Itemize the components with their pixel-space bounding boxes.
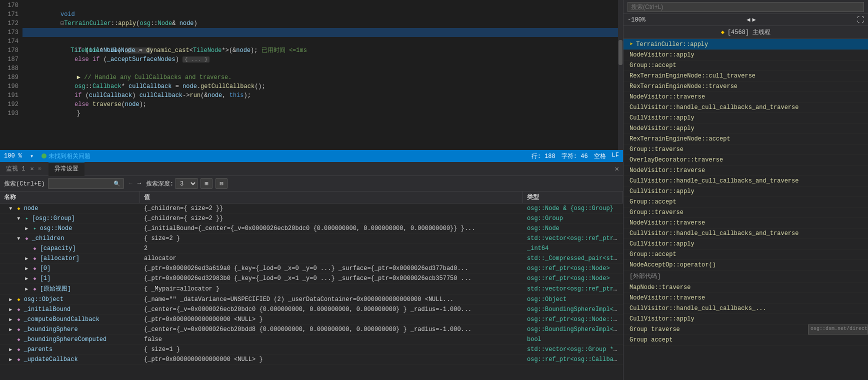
main-content: 170 171 172 173 174 178 187 188 189 190 …	[0, 0, 623, 380]
zoom-display: -100%	[628, 16, 646, 24]
search-icon: 🔍	[114, 180, 120, 187]
expand-btn[interactable]: ▼	[8, 206, 14, 212]
call-stack-item[interactable]: MapNode::traverse	[624, 282, 868, 293]
table-row[interactable]: ▼ ✦ [osg::Group] {_children={ size=2 }} …	[0, 214, 623, 224]
fit-icon[interactable]: ⛶	[857, 16, 864, 24]
table-row[interactable]: ▶ ◆ osg::Object {_name="" _dataVariance=…	[0, 294, 623, 304]
expand-btn[interactable]: ▶	[8, 316, 14, 322]
expand-btn[interactable]: ▶	[24, 266, 30, 272]
status-bar: 100 % ▾ 未找到相关问题 行: 188 字符: 46 空格 LF	[0, 150, 623, 162]
call-stack-item[interactable]: Group::traverse	[624, 208, 868, 218]
call-stack-item[interactable]: ➤ TerrainCuller::apply	[624, 39, 868, 50]
table-row[interactable]: ▼ ◆ _children { size=2 } std::vector<osg…	[0, 234, 623, 244]
code-line-188: ▶ // Handle any CullCallbacks and traver…	[22, 64, 623, 73]
right-nav-bar: -100% ◀ ▶ ⛶	[624, 14, 868, 26]
status-circle	[42, 154, 46, 158]
call-stack-item[interactable]: RexTerrainEngineNode::traverse	[624, 82, 868, 92]
call-stack-item[interactable]: CullVisitor::handle_cull_callbacks_and_t…	[624, 176, 868, 186]
zoom-level: 100 %	[4, 152, 22, 160]
table-row[interactable]: ▼ ◆ node {_children={ size=2 }} osg::Nod…	[0, 204, 623, 214]
call-stack-item[interactable]: CullVisitor::apply	[624, 314, 868, 324]
table-row[interactable]: ▶ ◆ [allocator] allocator std::_Compress…	[0, 254, 623, 264]
call-stack-item[interactable]: Group::accept	[624, 60, 868, 71]
expand-btn[interactable]: ▶	[8, 296, 14, 302]
thread-icon: ◆	[721, 28, 724, 36]
line-numbers: 170 171 172 173 174 178 187 188 189 190 …	[0, 0, 22, 150]
call-stack-item[interactable]: Group traverse osg::dsm.net/direct	[624, 324, 868, 335]
table-row[interactable]: ▶ ◆ _computeBoundCallback {_ptr=0x000000…	[0, 314, 623, 324]
next-arrow[interactable]: →	[136, 180, 143, 187]
nav-right-icon[interactable]: ▶	[752, 16, 756, 24]
call-stack-item[interactable]: NodeVisitor::apply	[624, 124, 868, 134]
call-stack-item[interactable]: RexTerrainEngineNode::cull_traverse	[624, 71, 868, 82]
search-input[interactable]	[52, 180, 112, 187]
expand-btn[interactable]: ▶	[8, 306, 14, 312]
code-line-170: void	[22, 1, 623, 10]
call-stack-item[interactable]: CullVisitor::apply	[624, 113, 868, 124]
panel-close-btn[interactable]: ✕	[615, 164, 619, 173]
expand-btn[interactable]: ▼	[16, 216, 22, 222]
table-row[interactable]: ▶ ◆ _boundingSphere {_center={_v=0x00000…	[0, 324, 623, 334]
call-stack-list: ➤ TerrainCuller::apply NodeVisitor::appl…	[624, 39, 868, 380]
table-row[interactable]: ◆ [capacity] 2 _int64	[0, 244, 623, 254]
editor-scrollbar[interactable]	[618, 0, 623, 150]
nav-arrows: ← →	[127, 180, 143, 187]
call-stack-item[interactable]: NodeVisitor::traverse	[624, 92, 868, 102]
table-row[interactable]: ▶ ◆ _parents { size=1 } std::vector<osg:…	[0, 344, 623, 354]
table-row[interactable]: ▶ ◆ [原始视图] { _Mypair=allocator } std::ve…	[0, 284, 623, 294]
icon-btn-2[interactable]: ⊟	[216, 178, 228, 189]
call-stack-item[interactable]: CullVisitor::apply	[624, 239, 868, 250]
panel-tabs: 监视 1 ✕ ⊗ 异常设置 ✕	[0, 162, 623, 176]
tab-exception-settings[interactable]: 异常设置	[48, 162, 84, 176]
icon-btn-1[interactable]: ⊞	[200, 178, 212, 189]
call-stack-item[interactable]: NodeVisitor::traverse	[624, 293, 868, 304]
expand-btn[interactable]: ▶	[8, 356, 14, 362]
table-row[interactable]: ◆ _boundingSphereComputed false bool	[0, 334, 623, 344]
call-stack-item[interactable]: NodeVisitor::traverse	[624, 218, 868, 228]
right-panel-search-bar	[624, 0, 868, 14]
expand-btn[interactable]: ▶	[8, 346, 14, 352]
col-header-value: 值	[140, 192, 523, 203]
call-stack-item[interactable]: Group::accept	[624, 250, 868, 260]
tab-watch1[interactable]: 监视 1 ✕ ⊗	[0, 162, 48, 176]
depth-select[interactable]: 3 1 2 5 10	[176, 178, 198, 189]
close-watch1[interactable]: ✕	[30, 162, 34, 176]
expand-btn[interactable]: ▼	[16, 236, 22, 242]
call-stack-item[interactable]: NodeAcceptOp::operator()	[624, 260, 868, 270]
code-line-173: ➤ TileNode* tileNode = dynamic_cast<Tile…	[22, 28, 623, 37]
call-stack-item[interactable]: NodeVisitor::apply	[624, 50, 868, 60]
status-ok-indicator: 未找到相关问题	[42, 152, 90, 160]
watch-table: ▼ ◆ node {_children={ size=2 }} osg::Nod…	[0, 204, 623, 380]
table-row[interactable]: ▶ ◆ _initialBound {_center={_v=0x0000026…	[0, 304, 623, 314]
prev-arrow[interactable]: ←	[127, 180, 134, 187]
call-stack-item[interactable]: Group::accept	[624, 197, 868, 208]
code-line-174: if (tileNode) { ... }	[22, 37, 623, 46]
call-stack-item[interactable]: CullVisitor::handle_cull_callbacks_...	[624, 304, 868, 314]
code-line-193	[22, 109, 623, 118]
search-label: 搜索(Ctrl+E)	[4, 180, 45, 188]
call-stack-item[interactable]: [外部代码]	[624, 270, 868, 282]
table-row[interactable]: ▶ ◆ [0] {_ptr=0x0000026ed3a619a0 {_key={…	[0, 264, 623, 274]
call-stack-item[interactable]: CullVisitor::handle_cull_callbacks_and_t…	[624, 228, 868, 239]
right-search-input[interactable]	[628, 2, 864, 12]
call-stack-item[interactable]: CullVisitor::apply	[624, 186, 868, 197]
status-lf: LF	[612, 152, 619, 160]
expand-btn[interactable]: ▶	[24, 256, 30, 262]
bottom-panel: 监视 1 ✕ ⊗ 异常设置 ✕ 搜索(Ctrl+E) 🔍	[0, 162, 623, 380]
expand-btn[interactable]: ▶	[24, 276, 30, 282]
expand-btn[interactable]: ▶	[24, 226, 30, 232]
table-row[interactable]: ▶ ◆ [1] {_ptr=0x0000026ed32983b0 {_key={…	[0, 274, 623, 284]
table-row[interactable]: ▶ ✦ osg::Node {_initialBound={_center={_…	[0, 224, 623, 234]
code-line-171: ⊟TerrainCuller::apply(osg::Node& node)	[22, 10, 623, 19]
nav-left-icon[interactable]: ◀	[746, 16, 750, 24]
call-stack-item[interactable]: Group::traverse	[624, 144, 868, 155]
call-stack-item[interactable]: Group accept	[624, 335, 868, 346]
call-stack-item[interactable]: RexTerrainEngineNode::accept	[624, 134, 868, 144]
expand-btn[interactable]: ▶	[8, 326, 14, 332]
table-row[interactable]: ▶ ◆ _updateCallback {_ptr=0x000000000000…	[0, 354, 623, 364]
search-input-wrap[interactable]: 🔍	[48, 178, 124, 189]
call-stack-item[interactable]: NodeVisitor::traverse	[624, 166, 868, 176]
call-stack-item[interactable]: CullVisitor::handle_cull_callbacks_and_t…	[624, 102, 868, 113]
expand-btn[interactable]: ▶	[24, 286, 30, 292]
call-stack-item[interactable]: OverlayDecorator::traverse	[624, 155, 868, 166]
